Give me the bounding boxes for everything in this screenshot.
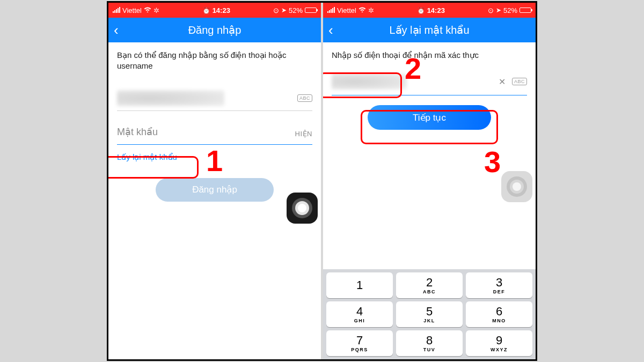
nav-header: ‹ Đăng nhập bbox=[108, 18, 321, 42]
wifi-icon bbox=[358, 6, 366, 14]
back-icon[interactable]: ‹ bbox=[328, 23, 341, 37]
divider bbox=[117, 110, 312, 111]
numeric-keypad: 12ABC3DEF4GHI5JKL6MNO7PQRS8TUV9WXYZ bbox=[323, 269, 536, 359]
keypad-letters: MNO bbox=[492, 318, 506, 323]
carrier-name: Viettel bbox=[337, 6, 356, 14]
keypad-digit: 8 bbox=[426, 335, 433, 346]
assistive-touch-icon[interactable] bbox=[287, 193, 318, 224]
status-time: 14:23 bbox=[427, 6, 445, 14]
keypad-key-1[interactable]: 1 bbox=[326, 272, 393, 298]
status-time: 14:23 bbox=[213, 6, 230, 14]
keypad-digit: 2 bbox=[426, 277, 433, 289]
status-bar: Viettel ✲ ⏰ 14:23 ⊙ ➤ 52% bbox=[323, 3, 536, 18]
keypad-digit: 6 bbox=[496, 306, 502, 317]
alarm-icon: ⏰ bbox=[202, 7, 210, 14]
keypad-digit: 9 bbox=[496, 335, 502, 346]
extra-icon: ✲ bbox=[153, 6, 159, 14]
keypad-key-6[interactable]: 6MNO bbox=[466, 301, 532, 327]
page-title: Đăng nhập bbox=[127, 24, 316, 36]
clear-input-icon[interactable]: ✕ bbox=[499, 77, 506, 87]
battery-percent: 52% bbox=[503, 6, 517, 14]
forgot-password-link[interactable]: Lấy lại mật khẩu bbox=[117, 152, 177, 162]
extra-icon: ✲ bbox=[368, 6, 374, 14]
location-icon: ➤ bbox=[496, 6, 501, 14]
abc-keyboard-icon[interactable]: ABC bbox=[297, 94, 312, 102]
alarm-icon-2: ⊙ bbox=[273, 6, 279, 14]
keypad-digit: 5 bbox=[426, 306, 433, 317]
divider bbox=[332, 95, 527, 95]
battery-percent: 52% bbox=[289, 6, 303, 14]
phone-login: Viettel ✲ ⏰ 14:23 ⊙ ➤ 52% ‹ Đăng nhập B bbox=[108, 3, 321, 359]
keypad-letters: PQRS bbox=[351, 347, 368, 352]
signal-icon bbox=[327, 8, 335, 13]
password-placeholder: Mật khẩu bbox=[117, 126, 158, 138]
divider bbox=[117, 144, 312, 145]
keypad-key-7[interactable]: 7PQRS bbox=[326, 330, 393, 356]
keypad-letters: TUV bbox=[423, 347, 436, 352]
keypad-digit: 1 bbox=[356, 279, 363, 291]
page-title: Lấy lại mật khẩu bbox=[341, 24, 530, 36]
assistive-touch-icon[interactable] bbox=[501, 171, 532, 202]
signal-icon bbox=[113, 8, 120, 13]
username-field-wrap: ABC bbox=[117, 90, 312, 106]
alarm-icon: ⏰ bbox=[417, 7, 425, 14]
keypad-key-2[interactable]: 2ABC bbox=[396, 272, 463, 298]
carrier-name: Viettel bbox=[122, 6, 142, 14]
keypad-digit: 4 bbox=[356, 306, 363, 317]
keypad-letters: ABC bbox=[423, 289, 436, 294]
keypad-letters: WXYZ bbox=[491, 347, 508, 352]
annotation-number-3: 3 bbox=[484, 144, 501, 179]
continue-button[interactable]: Tiếp tục bbox=[368, 105, 491, 130]
keypad-letters: GHI bbox=[354, 318, 365, 323]
keypad-key-8[interactable]: 8TUV bbox=[396, 330, 463, 356]
username-input[interactable] bbox=[117, 90, 224, 106]
abc-keyboard-icon[interactable]: ABC bbox=[512, 78, 527, 85]
keypad-letters: DEF bbox=[493, 289, 506, 294]
nav-header: ‹ Lấy lại mật khẩu bbox=[323, 18, 536, 42]
battery-icon bbox=[305, 8, 317, 13]
back-icon[interactable]: ‹ bbox=[114, 23, 127, 37]
alarm-icon-2: ⊙ bbox=[488, 6, 494, 14]
location-icon: ➤ bbox=[281, 6, 287, 14]
phone-field-wrap: ✕ ABC bbox=[332, 73, 527, 90]
screenshot-pair: Viettel ✲ ⏰ 14:23 ⊙ ➤ 52% ‹ Đăng nhập B bbox=[108, 3, 536, 359]
status-bar: Viettel ✲ ⏰ 14:23 ⊙ ➤ 52% bbox=[108, 3, 321, 18]
keypad-key-5[interactable]: 5JKL bbox=[396, 301, 463, 327]
keypad-key-4[interactable]: 4GHI bbox=[326, 301, 393, 327]
keypad-key-3[interactable]: 3DEF bbox=[466, 272, 532, 298]
instruction-text: Bạn có thể đăng nhập bằng số điện thoại … bbox=[117, 50, 312, 72]
keypad-digit: 7 bbox=[356, 335, 363, 346]
phone-recover: Viettel ✲ ⏰ 14:23 ⊙ ➤ 52% ‹ Lấy lại mật … bbox=[323, 3, 536, 359]
show-password-toggle[interactable]: HIỆN bbox=[295, 130, 312, 138]
instruction-text: Nhập số điện thoại để nhận mã xác thực bbox=[332, 50, 527, 61]
password-field[interactable]: Mật khẩu HIỆN bbox=[117, 126, 312, 141]
keypad-digit: 3 bbox=[496, 277, 502, 289]
phone-input[interactable] bbox=[332, 73, 407, 90]
battery-icon bbox=[519, 8, 531, 13]
login-button[interactable]: Đăng nhập bbox=[156, 178, 274, 202]
wifi-icon bbox=[144, 6, 151, 14]
annotation-number-1: 1 bbox=[206, 143, 223, 178]
keypad-letters: JKL bbox=[423, 318, 435, 323]
keypad-key-9[interactable]: 9WXYZ bbox=[466, 330, 532, 356]
